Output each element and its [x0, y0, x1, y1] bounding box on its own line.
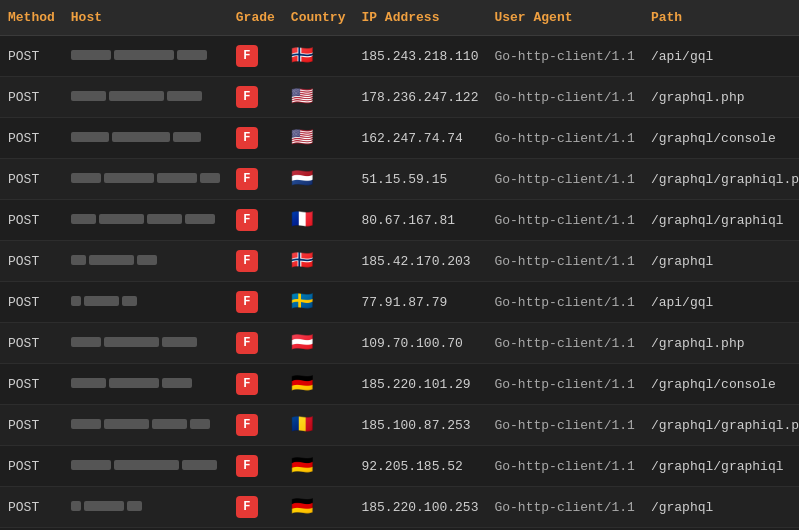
- cell-country: 🇩🇪: [283, 487, 354, 528]
- cell-method: POST: [0, 323, 63, 364]
- cell-grade: F: [228, 282, 283, 323]
- flag-icon: 🇳🇴: [291, 46, 313, 66]
- cell-host: [63, 487, 228, 528]
- cell-path: /graphql: [643, 241, 799, 282]
- table-row[interactable]: POSTF🇸🇪77.91.87.79Go-http-client/1.1/api…: [0, 282, 799, 323]
- flag-icon: 🇦🇹: [291, 333, 313, 353]
- cell-ua: Go-http-client/1.1: [486, 323, 642, 364]
- cell-method: POST: [0, 446, 63, 487]
- cell-ua: Go-http-client/1.1: [486, 446, 642, 487]
- log-table-container: Method Host Grade Country IP Address Use…: [0, 0, 799, 528]
- flag-icon: 🇩🇪: [291, 374, 313, 394]
- cell-country: 🇳🇴: [283, 241, 354, 282]
- cell-host: [63, 241, 228, 282]
- cell-path: /graphql/console: [643, 364, 799, 405]
- cell-ua: Go-http-client/1.1: [486, 200, 642, 241]
- cell-country: 🇷🇴: [283, 405, 354, 446]
- header-grade: Grade: [228, 0, 283, 36]
- cell-country: 🇩🇪: [283, 364, 354, 405]
- table-header-row: Method Host Grade Country IP Address Use…: [0, 0, 799, 36]
- cell-ip: 51.15.59.15: [353, 159, 486, 200]
- table-row[interactable]: POSTF🇷🇴185.100.87.253Go-http-client/1.1/…: [0, 405, 799, 446]
- table-row[interactable]: POSTF🇩🇪185.220.100.253Go-http-client/1.1…: [0, 487, 799, 528]
- cell-ua: Go-http-client/1.1: [486, 118, 642, 159]
- cell-ua: Go-http-client/1.1: [486, 487, 642, 528]
- flag-icon: 🇺🇸: [291, 87, 313, 107]
- cell-country: 🇺🇸: [283, 118, 354, 159]
- table-row[interactable]: POSTF🇳🇴185.42.170.203Go-http-client/1.1/…: [0, 241, 799, 282]
- cell-host: [63, 364, 228, 405]
- flag-icon: 🇳🇱: [291, 169, 313, 189]
- cell-ip: 185.100.87.253: [353, 405, 486, 446]
- flag-icon: 🇷🇴: [291, 415, 313, 435]
- cell-host: [63, 36, 228, 77]
- flag-icon: 🇸🇪: [291, 292, 313, 312]
- cell-ip: 178.236.247.122: [353, 77, 486, 118]
- cell-grade: F: [228, 159, 283, 200]
- cell-host: [63, 200, 228, 241]
- cell-grade: F: [228, 200, 283, 241]
- cell-ip: 92.205.185.52: [353, 446, 486, 487]
- table-row[interactable]: POSTF🇦🇹109.70.100.70Go-http-client/1.1/g…: [0, 323, 799, 364]
- cell-grade: F: [228, 446, 283, 487]
- cell-ua: Go-http-client/1.1: [486, 282, 642, 323]
- header-host: Host: [63, 0, 228, 36]
- cell-path: /graphql: [643, 487, 799, 528]
- cell-country: 🇺🇸: [283, 77, 354, 118]
- flag-icon: 🇫🇷: [291, 210, 313, 230]
- cell-grade: F: [228, 36, 283, 77]
- cell-method: POST: [0, 487, 63, 528]
- cell-ua: Go-http-client/1.1: [486, 77, 642, 118]
- cell-country: 🇳🇴: [283, 36, 354, 77]
- cell-ua: Go-http-client/1.1: [486, 364, 642, 405]
- cell-method: POST: [0, 241, 63, 282]
- cell-ip: 185.243.218.110: [353, 36, 486, 77]
- table-row[interactable]: POSTF🇳🇴185.243.218.110Go-http-client/1.1…: [0, 36, 799, 77]
- cell-ua: Go-http-client/1.1: [486, 36, 642, 77]
- cell-ip: 162.247.74.74: [353, 118, 486, 159]
- cell-path: /graphql/graphiql.php: [643, 405, 799, 446]
- cell-country: 🇸🇪: [283, 282, 354, 323]
- cell-path: /graphql.php: [643, 77, 799, 118]
- header-method: Method: [0, 0, 63, 36]
- cell-ua: Go-http-client/1.1: [486, 241, 642, 282]
- cell-host: [63, 118, 228, 159]
- header-ip: IP Address: [353, 0, 486, 36]
- header-ua: User Agent: [486, 0, 642, 36]
- cell-method: POST: [0, 200, 63, 241]
- cell-method: POST: [0, 364, 63, 405]
- cell-method: POST: [0, 77, 63, 118]
- cell-ip: 185.42.170.203: [353, 241, 486, 282]
- table-row[interactable]: POSTF🇫🇷80.67.167.81Go-http-client/1.1/gr…: [0, 200, 799, 241]
- cell-grade: F: [228, 241, 283, 282]
- cell-ip: 77.91.87.79: [353, 282, 486, 323]
- flag-icon: 🇺🇸: [291, 128, 313, 148]
- cell-path: /api/gql: [643, 282, 799, 323]
- flag-icon: 🇩🇪: [291, 456, 313, 476]
- table-row[interactable]: POSTF🇺🇸178.236.247.122Go-http-client/1.1…: [0, 77, 799, 118]
- cell-country: 🇩🇪: [283, 446, 354, 487]
- cell-method: POST: [0, 282, 63, 323]
- cell-ip: 80.67.167.81: [353, 200, 486, 241]
- flag-icon: 🇳🇴: [291, 251, 313, 271]
- cell-method: POST: [0, 36, 63, 77]
- table-row[interactable]: POSTF🇩🇪92.205.185.52Go-http-client/1.1/g…: [0, 446, 799, 487]
- cell-path: /api/gql: [643, 36, 799, 77]
- header-country: Country: [283, 0, 354, 36]
- cell-host: [63, 77, 228, 118]
- table-row[interactable]: POSTF🇳🇱51.15.59.15Go-http-client/1.1/gra…: [0, 159, 799, 200]
- cell-country: 🇦🇹: [283, 323, 354, 364]
- cell-method: POST: [0, 405, 63, 446]
- table-row[interactable]: POSTF🇩🇪185.220.101.29Go-http-client/1.1/…: [0, 364, 799, 405]
- table-row[interactable]: POSTF🇺🇸162.247.74.74Go-http-client/1.1/g…: [0, 118, 799, 159]
- cell-host: [63, 282, 228, 323]
- cell-country: 🇫🇷: [283, 200, 354, 241]
- cell-ua: Go-http-client/1.1: [486, 405, 642, 446]
- cell-path: /graphql/graphiql.php: [643, 159, 799, 200]
- cell-ip: 109.70.100.70: [353, 323, 486, 364]
- header-path: Path: [643, 0, 799, 36]
- cell-grade: F: [228, 405, 283, 446]
- cell-grade: F: [228, 364, 283, 405]
- cell-path: /graphql.php: [643, 323, 799, 364]
- cell-ua: Go-http-client/1.1: [486, 159, 642, 200]
